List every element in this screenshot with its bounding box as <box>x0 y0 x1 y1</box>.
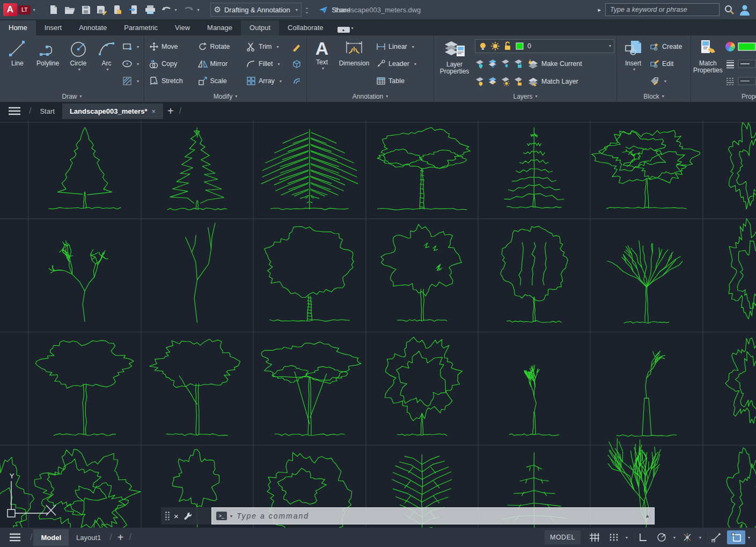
undo-dropdown[interactable]: ▾ <box>175 8 180 12</box>
drag-grip-icon[interactable] <box>165 512 170 520</box>
trim-button[interactable]: Trim ▾ <box>245 40 287 54</box>
file-tab-start[interactable]: Start <box>32 104 62 119</box>
open-button[interactable] <box>62 2 77 17</box>
arc-tool-button[interactable]: Arc ▾ <box>93 37 120 91</box>
tab-collaborate[interactable]: Collaborate <box>279 20 332 35</box>
match-layer-button[interactable]: Match Layer <box>541 78 578 85</box>
redo-button[interactable] <box>181 2 196 17</box>
copy-button[interactable]: Copy <box>148 57 193 71</box>
lineweight-control[interactable] <box>724 57 756 71</box>
search-input[interactable] <box>605 3 720 16</box>
close-tab-icon[interactable]: × <box>151 107 156 115</box>
share-button[interactable]: Share <box>319 5 350 14</box>
file-tabs-menu-icon[interactable] <box>8 106 21 116</box>
panel-label-layers[interactable]: Layers▾ <box>434 91 616 102</box>
layer-off-button[interactable] <box>475 59 485 69</box>
command-history-toggle[interactable]: ▲ <box>645 513 650 519</box>
tab-home[interactable]: Home <box>0 20 36 35</box>
dyninput-settings-caret[interactable]: ▾ <box>746 535 752 540</box>
dynamic-input-toggle[interactable] <box>727 530 745 544</box>
save-as-button[interactable] <box>94 2 109 17</box>
ribbon-collapse-button[interactable]: ▲ <box>337 27 350 33</box>
model-space-toggle[interactable]: MODEL <box>545 530 581 544</box>
layer-unlock-button[interactable] <box>513 77 523 86</box>
user-account-icon[interactable] <box>739 4 751 16</box>
command-bar-handle[interactable]: × <box>161 507 211 524</box>
layer-lock-button[interactable] <box>513 59 523 69</box>
panel-label-annotation[interactable]: Annotation▾ <box>307 91 434 102</box>
tab-annotate[interactable]: Annotate <box>70 20 115 35</box>
polar-settings-caret[interactable]: ▾ <box>672 535 677 540</box>
grid-display-toggle[interactable] <box>585 530 604 544</box>
object-snap-tracking-toggle[interactable] <box>678 530 696 544</box>
layer-properties-button[interactable]: LayerProperties <box>436 37 473 91</box>
rotate-button[interactable]: Rotate <box>196 40 242 54</box>
snap-settings-caret[interactable]: ▾ <box>624 535 629 540</box>
hatch-tool-button[interactable]: ▾ <box>121 74 141 88</box>
command-input[interactable] <box>236 511 642 521</box>
mirror-button[interactable]: Mirror <box>196 57 242 71</box>
close-command-bar-icon[interactable]: × <box>174 512 179 521</box>
match-properties-button[interactable]: MatchProperties <box>693 37 723 91</box>
new-tab-button[interactable]: + <box>167 108 174 114</box>
polar-tracking-toggle[interactable] <box>652 530 671 544</box>
help-arrow-icon[interactable]: ▸ <box>598 6 601 13</box>
move-button[interactable]: Move <box>148 40 193 54</box>
qat-customize-chevrons[interactable]: ⌄⌄ <box>305 5 309 14</box>
workspace-switcher[interactable]: ⚙ Drafting & Annotation ▾ <box>210 3 302 17</box>
object-snap-toggle[interactable] <box>708 530 726 544</box>
insert-block-button[interactable]: Insert ▾ <box>619 37 647 91</box>
leader-button[interactable]: Leader ▾ <box>375 57 418 71</box>
polyline-tool-button[interactable]: Polyline <box>33 37 63 91</box>
linear-dimension-button[interactable]: Linear ▾ <box>375 40 418 54</box>
table-button[interactable]: Table <box>375 74 418 88</box>
ortho-mode-toggle[interactable] <box>634 530 651 544</box>
new-drawing-button[interactable] <box>46 2 61 17</box>
model-tab[interactable]: Model <box>33 529 69 546</box>
layer-unisolate-button[interactable] <box>488 77 497 86</box>
panel-label-modify[interactable]: Modify▾ <box>144 91 306 102</box>
make-current-button[interactable]: Make Current <box>541 60 582 68</box>
open-from-web-mobile-button[interactable] <box>111 2 126 17</box>
tab-view[interactable]: View <box>166 20 199 35</box>
circle-tool-button[interactable]: Circle ▾ <box>63 37 93 91</box>
otrack-settings-caret[interactable]: ▾ <box>698 535 703 540</box>
drawing-canvas[interactable]: Y × >_ ▾ ▲ <box>0 120 756 528</box>
customize-wrench-icon[interactable] <box>183 512 192 520</box>
panel-label-draw[interactable]: Draw▾ <box>0 91 144 102</box>
edit-block-button[interactable]: Edit <box>648 57 684 71</box>
line-tool-button[interactable]: Line <box>2 37 33 91</box>
snap-mode-toggle[interactable] <box>605 530 623 544</box>
layout1-tab[interactable]: Layout1 <box>69 529 108 546</box>
dimension-tool-button[interactable]: Dimension <box>335 37 373 91</box>
recent-commands-caret[interactable]: ▾ <box>230 514 232 519</box>
create-block-button[interactable]: Create <box>648 40 684 54</box>
text-tool-button[interactable]: A Text ▾ <box>309 37 335 91</box>
tab-parametric[interactable]: Parametric <box>115 20 166 35</box>
rectangle-tool-button[interactable]: ▾ <box>121 40 141 54</box>
save-button[interactable] <box>78 2 93 17</box>
layer-on-button[interactable] <box>475 77 485 86</box>
file-tab-document[interactable]: Landscape003_meters* × <box>62 104 163 119</box>
edit-attributes-button[interactable]: ▾ <box>648 74 684 88</box>
new-layout-button[interactable]: + <box>118 535 124 540</box>
layout-menu-icon[interactable] <box>9 533 21 542</box>
stretch-button[interactable]: Stretch <box>148 74 193 88</box>
fillet-button[interactable]: Fillet ▾ <box>245 57 287 71</box>
plot-button[interactable] <box>143 2 158 17</box>
tab-manage[interactable]: Manage <box>199 20 241 35</box>
layer-thaw-button[interactable] <box>501 77 510 86</box>
panel-label-properties[interactable]: Prope <box>691 91 756 102</box>
layer-freeze-button[interactable] <box>501 59 510 69</box>
array-button[interactable]: Array ▾ <box>245 74 287 88</box>
linetype-control[interactable] <box>724 74 756 88</box>
redo-dropdown[interactable]: ▾ <box>197 8 203 12</box>
application-menu-button[interactable]: A LT ▾ <box>0 0 39 19</box>
layer-isolate-button[interactable] <box>488 59 497 69</box>
ellipse-tool-button[interactable]: ▾ <box>121 57 141 71</box>
explode-button[interactable] <box>290 57 303 71</box>
panel-label-block[interactable]: Block▾ <box>617 91 691 102</box>
search-icon[interactable] <box>724 4 735 15</box>
erase-button[interactable] <box>290 40 303 54</box>
tab-output[interactable]: Output <box>241 20 279 35</box>
